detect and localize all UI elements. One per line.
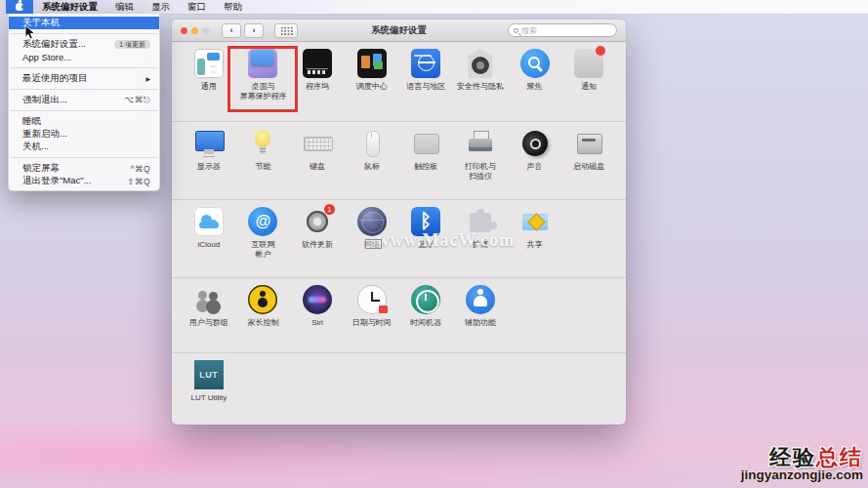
pref-item-label: 显示器 — [197, 162, 221, 172]
update-count-badge: 1 项更新 — [114, 40, 150, 49]
software-update-icon: 1 — [303, 207, 332, 236]
menu-shortcut: ⇧⌘Q — [127, 177, 150, 186]
keyboard-icon — [303, 129, 332, 158]
menu-item[interactable]: 关于本机 — [9, 17, 159, 29]
displays-icon — [194, 129, 224, 158]
pref-item-label: 语言与地区 — [406, 82, 445, 92]
menu-item[interactable]: 关机... — [9, 141, 159, 153]
pref-item-label: 通知 — [581, 82, 597, 92]
menubar-item[interactable]: 显示 — [143, 0, 179, 14]
menu-item-label: 关于本机 — [22, 17, 60, 29]
pref-item-label: 扩展 — [473, 240, 488, 250]
forward-button[interactable]: › — [244, 23, 264, 38]
menu-item[interactable]: 重新启动... — [9, 128, 159, 141]
menu-separator — [10, 67, 158, 68]
pref-item-sharing[interactable]: 共享 — [508, 207, 562, 277]
accessibility-icon — [466, 285, 495, 314]
pref-item-software-update[interactable]: 1软件更新 — [290, 207, 345, 277]
pref-item-security-privacy[interactable]: 安全性与隐私 — [453, 49, 508, 121]
pref-item-label: 调度中心 — [356, 82, 388, 92]
back-button[interactable]: ‹ — [222, 23, 241, 38]
menu-item-label: 关机... — [22, 141, 49, 153]
menu-item-label: 退出登录"Mac"... — [22, 175, 92, 187]
pref-item-trackpad[interactable]: 触控板 — [399, 129, 454, 199]
parental-controls-icon — [248, 285, 277, 314]
menu-item[interactable]: 睡眠 — [9, 115, 159, 128]
prefs-row: 显示器节能键盘鼠标触控板打印机与 扫描仪声音启动磁盘 — [172, 121, 626, 199]
apple-menu-button[interactable] — [6, 0, 33, 14]
prefs-row: 用户与群组家长控制Siri日期与时间时间机器辅助功能 — [172, 277, 626, 352]
pref-item-label: 桌面与 屏幕保护程序 — [239, 82, 286, 101]
pref-item-mission-control[interactable]: 调度中心 — [345, 49, 399, 121]
pref-item-bluetooth[interactable]: 蓝牙 — [399, 207, 454, 277]
zoom-button[interactable] — [202, 27, 209, 34]
pref-item-printers-scanners[interactable]: 打印机与 扫描仪 — [453, 129, 508, 199]
siri-icon — [303, 285, 332, 314]
internet-accounts-icon — [248, 207, 277, 236]
pref-item-desktop-screensaver[interactable]: 桌面与 屏幕保护程序 — [236, 49, 291, 121]
show-all-button[interactable] — [274, 23, 298, 38]
menu-item-label: 最近使用的项目 — [22, 72, 88, 85]
menu-item[interactable]: 锁定屏幕^⌘Q — [9, 162, 159, 175]
menu-separator — [10, 89, 158, 90]
menu-shortcut: ^⌘Q — [130, 164, 150, 174]
watermark-corner-url: jingyanzongjie.com — [741, 468, 863, 482]
search-input[interactable]: 搜索 — [508, 23, 617, 37]
pref-item-sound[interactable]: 声音 — [508, 129, 562, 199]
pref-item-mouse[interactable]: 鼠标 — [345, 129, 399, 199]
close-button[interactable] — [181, 27, 187, 34]
pref-item-keyboard[interactable]: 键盘 — [290, 129, 345, 199]
pref-item-startup-disk[interactable]: 启动磁盘 — [561, 129, 616, 199]
pref-item-internet-accounts[interactable]: 互联网 帐户 — [236, 207, 291, 277]
pref-item-general[interactable]: 通用 — [182, 49, 236, 121]
pref-item-label: 日期与时间 — [352, 318, 392, 328]
startup-disk-icon — [574, 129, 603, 158]
pref-item-notifications[interactable]: 通知 — [561, 49, 616, 121]
menu-item[interactable]: 强制退出...⌥⌘⎋ — [9, 94, 159, 106]
pref-item-spotlight[interactable]: 聚焦 — [508, 49, 562, 121]
prefs-row: 通用桌面与 屏幕保护程序程序坞调度中心语言与地区安全性与隐私聚焦通知 — [172, 42, 626, 121]
pref-item-energy-saver[interactable]: 节能 — [236, 129, 291, 199]
pref-item-users-groups[interactable]: 用户与群组 — [182, 285, 236, 352]
pref-item-network[interactable]: 网络 — [345, 207, 399, 277]
pref-item-lut-utility[interactable]: LUTLUT Utility — [182, 360, 236, 424]
date-time-icon — [357, 285, 387, 314]
window-titlebar[interactable]: ‹ › 系统偏好设置 搜索 — [172, 20, 626, 42]
prefs-row: iCloud互联网 帐户1软件更新网络蓝牙扩展共享 — [172, 199, 626, 277]
menubar-item[interactable]: 窗口 — [179, 0, 215, 14]
menu-item-label: 重新启动... — [22, 128, 67, 141]
desktop-screensaver-icon — [248, 49, 277, 78]
menu-item[interactable]: 系统偏好设置...1 项更新 — [9, 38, 159, 51]
menubar-items: 系统偏好设置编辑显示窗口帮助 — [33, 0, 251, 14]
menubar-item[interactable]: 编辑 — [106, 0, 143, 14]
search-placeholder: 搜索 — [521, 25, 537, 36]
pref-item-label: 时间机器 — [410, 318, 441, 328]
pref-item-language-region[interactable]: 语言与地区 — [399, 49, 454, 121]
pref-item-label: 安全性与隐私 — [457, 82, 504, 92]
security-privacy-icon — [466, 49, 495, 78]
watermark-corner-title: 经验总结 — [741, 446, 863, 468]
pref-item-label: Siri — [311, 318, 323, 328]
pref-item-dock[interactable]: 程序坞 — [290, 49, 345, 121]
pref-item-time-machine[interactable]: 时间机器 — [399, 285, 454, 352]
pref-item-label: 通用 — [201, 82, 217, 92]
pref-item-accessibility[interactable]: 辅助功能 — [453, 285, 508, 352]
pref-item-extensions[interactable]: 扩展 — [453, 207, 508, 277]
pref-item-icloud[interactable]: iCloud — [182, 207, 236, 277]
pref-item-siri[interactable]: Siri — [290, 285, 345, 352]
minimize-button[interactable] — [191, 27, 198, 34]
menubar-item[interactable]: 系统偏好设置 — [33, 0, 106, 14]
menu-item[interactable]: 退出登录"Mac"...⇧⌘Q — [9, 175, 159, 187]
menubar-item[interactable]: 帮助 — [215, 0, 251, 14]
pref-item-parental-controls[interactable]: 家长控制 — [236, 285, 291, 352]
prefs-row: LUTLUT Utility — [172, 352, 626, 424]
pref-item-date-time[interactable]: 日期与时间 — [345, 285, 399, 352]
lut-utility-icon: LUT — [194, 360, 224, 389]
menu-item[interactable]: App Store... — [9, 51, 159, 63]
menu-item-label: 系统偏好设置... — [22, 38, 86, 51]
menu-item[interactable]: 最近使用的项目▶ — [9, 72, 159, 85]
pref-item-displays[interactable]: 显示器 — [182, 129, 236, 199]
update-badge: 1 — [324, 204, 335, 215]
notifications-icon — [574, 49, 603, 78]
users-groups-icon — [194, 285, 224, 314]
